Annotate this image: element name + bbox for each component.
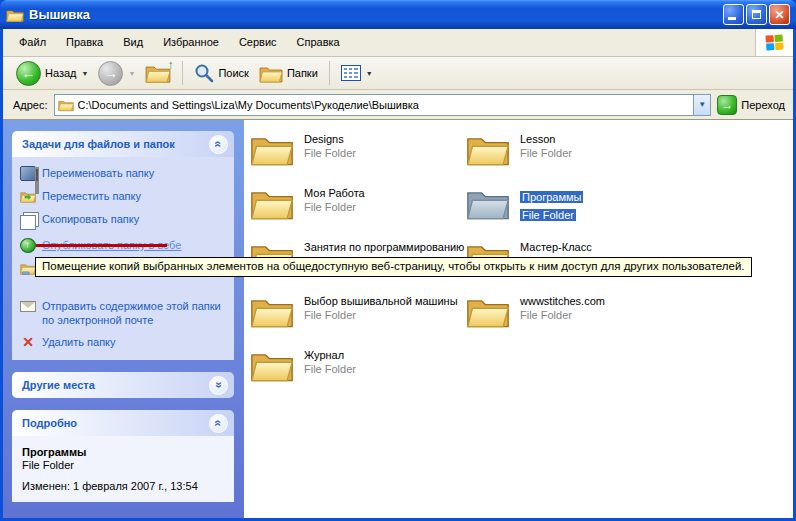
toolbar-separator xyxy=(182,61,183,85)
other-places-header[interactable]: Другие места « xyxy=(12,372,234,398)
folder-icon xyxy=(250,346,294,384)
forward-dropdown-icon: ▼ xyxy=(128,70,135,77)
address-dropdown-button[interactable]: ▼ xyxy=(693,95,710,115)
rename-icon xyxy=(20,166,36,181)
folder-tile-programmy-selected[interactable]: ПрограммыFile Folder xyxy=(466,184,676,223)
annotation-red-underline xyxy=(36,244,167,247)
standard-buttons-toolbar: ← Назад ▼ → ▼ ↑ Поиск Папки xyxy=(3,57,793,90)
details-panel: Подробно « Программы File Folder Изменен… xyxy=(12,410,234,502)
up-folder-icon: ↑ xyxy=(145,61,171,85)
collapse-button[interactable]: « xyxy=(209,414,228,433)
explorer-window: Вышивка ✕ Файл Правка Вид Избранное Серв… xyxy=(0,0,796,521)
windows-logo-block xyxy=(755,29,793,56)
go-arrow-icon: → xyxy=(717,95,737,115)
details-header[interactable]: Подробно « xyxy=(12,410,234,436)
folders-button[interactable]: Папки xyxy=(254,59,323,87)
search-button[interactable]: Поиск xyxy=(189,59,253,87)
folder-tile-vybor-mashiny[interactable]: Выбор вышивальной машиныFile Folder xyxy=(250,292,460,330)
folder-tile-zhurnal[interactable]: ЖурналFile Folder xyxy=(250,346,460,384)
up-button[interactable]: ↑ xyxy=(140,59,176,87)
folder-icon xyxy=(466,292,510,330)
file-list-area[interactable]: DesignsFile Folder LessonFile Folder Моя… xyxy=(244,120,793,518)
folder-tile-lesson[interactable]: LessonFile Folder xyxy=(466,130,676,168)
task-pane-sidebar: Задачи для файлов и папок « Переименоват… xyxy=(3,120,244,518)
folder-tile-moya-rabota[interactable]: Моя РаботаFile Folder xyxy=(250,184,460,222)
file-tasks-header[interactable]: Задачи для файлов и папок « xyxy=(12,131,234,157)
minimize-icon xyxy=(728,17,736,20)
folder-icon xyxy=(250,130,294,168)
close-icon: ✕ xyxy=(774,9,784,21)
address-combobox[interactable]: C:\Documents and Settings\Liza\My Docume… xyxy=(54,94,712,116)
menu-help[interactable]: Справка xyxy=(287,29,350,56)
chevron-up-icon: « xyxy=(213,420,225,427)
folder-icon xyxy=(466,130,510,168)
folder-icon xyxy=(250,184,294,222)
tooltip: Помещение копий выбранных элементов на о… xyxy=(35,257,752,277)
folder-icon-selected xyxy=(466,184,510,222)
minimize-button[interactable] xyxy=(723,4,744,25)
folder-tile-designs[interactable]: DesignsFile Folder xyxy=(250,130,460,168)
menu-tools[interactable]: Сервис xyxy=(229,29,287,56)
menu-view[interactable]: Вид xyxy=(113,29,153,56)
close-button[interactable]: ✕ xyxy=(769,4,790,25)
menu-bar: Файл Правка Вид Избранное Сервис Справка xyxy=(3,29,793,57)
address-value[interactable]: C:\Documents and Settings\Liza\My Docume… xyxy=(78,99,694,111)
maximize-button[interactable] xyxy=(746,4,767,25)
content-area: Задачи для файлов и папок « Переименоват… xyxy=(3,120,793,518)
forward-icon: → xyxy=(98,61,123,86)
task-copy-folder[interactable]: Скопировать папку xyxy=(20,212,228,230)
chevron-down-icon: « xyxy=(213,382,225,389)
details-item-type: File Folder xyxy=(22,459,226,471)
collapse-button[interactable]: « xyxy=(209,135,228,154)
title-bar[interactable]: Вышивка ✕ xyxy=(0,0,796,29)
task-email-folder[interactable]: Отправить содержимое этой папки по элект… xyxy=(20,299,228,327)
share-folder-icon xyxy=(20,261,36,276)
search-icon xyxy=(194,63,214,83)
address-label: Адрес: xyxy=(7,99,54,111)
back-button[interactable]: ← Назад ▼ xyxy=(11,59,93,87)
task-delete-folder[interactable]: ✕ Удалить папку xyxy=(20,335,228,350)
back-label: Назад xyxy=(45,67,77,79)
folders-icon xyxy=(259,63,283,84)
folder-icon xyxy=(250,292,294,330)
details-body: Программы File Folder Изменен: 1 февраля… xyxy=(12,436,234,502)
email-icon xyxy=(20,301,36,312)
windows-logo-icon xyxy=(765,34,784,51)
window-title: Вышивка xyxy=(29,7,721,22)
chevron-up-icon: « xyxy=(213,141,225,148)
go-label: Переход xyxy=(741,99,785,111)
forward-button[interactable]: → ▼ xyxy=(93,59,140,87)
menu-edit[interactable]: Правка xyxy=(56,29,113,56)
other-places-title: Другие места xyxy=(22,379,209,391)
views-button[interactable]: ▼ xyxy=(336,59,378,87)
task-rename-folder[interactable]: Переименовать папку xyxy=(20,166,228,181)
details-item-name: Программы xyxy=(22,446,226,458)
folder-tile-wwwstitches[interactable]: wwwstitches.comFile Folder xyxy=(466,292,676,330)
go-button[interactable]: → Переход xyxy=(717,95,789,115)
other-places-panel: Другие места « xyxy=(12,372,234,398)
task-move-folder[interactable]: Переместить папку xyxy=(20,189,228,204)
folders-label: Папки xyxy=(287,67,318,79)
back-dropdown-icon[interactable]: ▼ xyxy=(82,70,89,77)
details-title: Подробно xyxy=(22,417,209,429)
move-folder-icon xyxy=(20,189,36,204)
folder-icon xyxy=(58,98,74,112)
copy-icon xyxy=(20,215,36,230)
details-modified: Изменен: 1 февраля 2007 г., 13:54 xyxy=(22,480,226,492)
views-dropdown-icon: ▼ xyxy=(366,70,373,77)
delete-icon: ✕ xyxy=(20,335,36,350)
maximize-icon xyxy=(752,10,761,19)
address-bar: Адрес: C:\Documents and Settings\Liza\My… xyxy=(3,90,793,120)
menu-items: Файл Правка Вид Избранное Сервис Справка xyxy=(3,29,755,56)
expand-button[interactable]: « xyxy=(209,376,228,395)
toolbar-separator xyxy=(329,61,330,85)
back-icon: ← xyxy=(16,61,41,86)
menu-file[interactable]: Файл xyxy=(9,29,56,56)
menu-favorites[interactable]: Избранное xyxy=(153,29,229,56)
publish-web-icon xyxy=(20,238,36,253)
views-icon xyxy=(341,65,361,81)
folder-icon xyxy=(6,7,24,23)
file-tasks-title: Задачи для файлов и папок xyxy=(22,138,209,150)
search-label: Поиск xyxy=(218,67,248,79)
